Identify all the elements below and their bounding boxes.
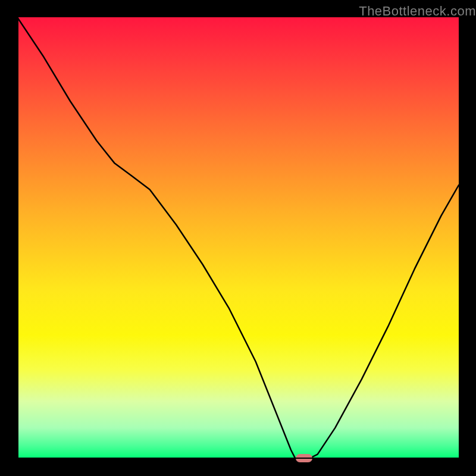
chart-frame: TheBottleneck.com: [0, 0, 476, 476]
brand-watermark: TheBottleneck.com: [359, 4, 476, 19]
y-axis: [17, 17, 18, 459]
x-axis: [17, 458, 459, 459]
bottleneck-gradient-plot: [17, 17, 459, 459]
